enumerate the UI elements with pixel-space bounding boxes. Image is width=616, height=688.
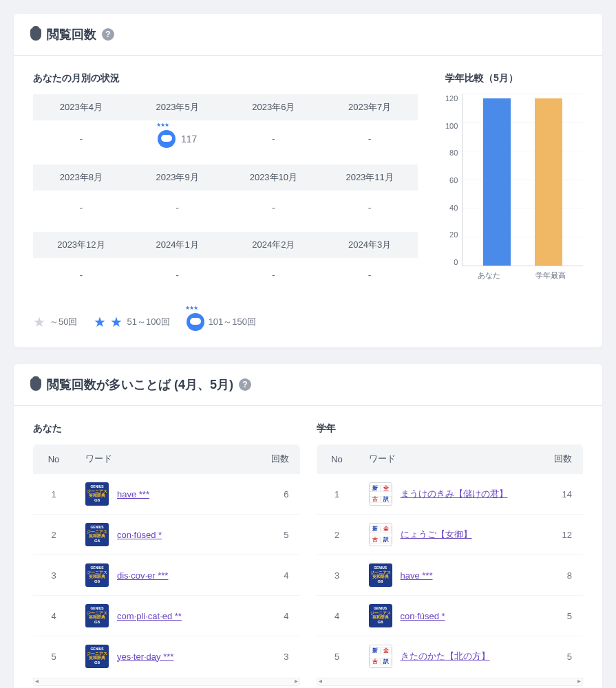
you-table: No ワード 回数 1GENIUSジーニアス英和辞典G6have ***62GE… xyxy=(33,444,300,676)
word-link[interactable]: com·pli·cat·ed ** xyxy=(117,611,182,621)
cell-no: 3 xyxy=(317,555,358,596)
col-count: 回数 xyxy=(542,444,583,474)
chart-x-label: 学年最高 xyxy=(535,270,566,281)
cell-word: GENIUSジーニアス英和辞典G6have *** xyxy=(74,474,259,515)
col-no: No xyxy=(317,444,358,474)
col-word: ワード xyxy=(358,444,542,474)
month-header: 2024年1月 xyxy=(129,232,226,258)
cell-word: GENIUSジーニアス英和辞典G6yes·ter·day *** xyxy=(74,636,259,677)
word-link[interactable]: にょうご【女御】 xyxy=(401,528,472,541)
month-value: - xyxy=(226,191,322,232)
month-header: 2024年3月 xyxy=(321,232,418,258)
dict-g6-icon: GENIUSジーニアス英和辞典G6 xyxy=(369,563,392,587)
dict-kogo-icon: 新全古訳 xyxy=(369,645,392,668)
cell-no: 3 xyxy=(33,555,74,596)
month-grid: 2023年4月2023年5月2023年6月2023年7月-117--2023年8… xyxy=(33,94,418,299)
month-header: 2023年6月 xyxy=(226,94,322,120)
dict-g6-icon: GENIUSジーニアス英和辞典G6 xyxy=(85,563,109,587)
dict-g6-icon: GENIUSジーニアス英和辞典G6 xyxy=(369,604,392,627)
cell-no: 2 xyxy=(33,515,74,555)
legend-item-2: ★ ★ 51～100回 xyxy=(94,314,169,330)
scrollbar[interactable] xyxy=(317,678,584,686)
cell-no: 1 xyxy=(33,474,74,515)
dict-kogo-icon: 新全古訳 xyxy=(369,523,392,546)
legend-item-3: 101～150回 xyxy=(187,313,256,331)
month-value: - xyxy=(226,120,322,164)
cell-no: 5 xyxy=(317,636,358,677)
table-row: 1GENIUSジーニアス英和辞典G6have ***6 xyxy=(33,474,300,515)
help-icon[interactable]: ? xyxy=(102,28,114,41)
dict-kogo-icon: 新全古訳 xyxy=(369,482,392,506)
col-word: ワード xyxy=(74,444,259,474)
word-link[interactable]: yes·ter·day *** xyxy=(117,652,173,662)
mascot-icon xyxy=(187,313,204,331)
grade-column: 学年 No ワード 回数 1新全古訳まうけのきみ【儲けの君】142新全古訳にょう… xyxy=(317,422,584,686)
word-link[interactable]: have *** xyxy=(401,570,433,581)
month-value: - xyxy=(33,120,129,164)
month-header: 2023年10月 xyxy=(226,164,322,191)
table-row: 5新全古訳きたのかた【北の方】5 xyxy=(317,636,584,677)
help-icon[interactable]: ? xyxy=(239,378,251,391)
month-header: 2023年5月 xyxy=(129,94,226,120)
word-link[interactable]: dis·cov·er *** xyxy=(117,570,168,581)
you-column: あなた No ワード 回数 1GENIUSジーニアス英和辞典G6have ***… xyxy=(33,422,300,686)
words-card: 閲覧回数が多いことば (4月、5月) ? あなた No ワード 回数 1GENI… xyxy=(14,364,602,688)
monthly-section: あなたの月別の状況 2023年4月2023年5月2023年6月2023年7月-1… xyxy=(33,72,418,331)
word-link[interactable]: まうけのきみ【儲けの君】 xyxy=(401,488,508,500)
cell-word: GENIUSジーニアス英和辞典G6con·fúsed * xyxy=(74,515,259,555)
table-row: 2新全古訳にょうご【女御】12 xyxy=(317,515,584,555)
dict-g6-icon: GENIUSジーニアス英和辞典G6 xyxy=(85,604,109,627)
word-link[interactable]: con·fúsed * xyxy=(117,530,162,540)
month-value: - xyxy=(33,191,129,232)
month-header: 2023年12月 xyxy=(33,232,129,258)
legend: ★ ～50回 ★ ★ 51～100回 101～150回 xyxy=(33,313,418,331)
words-card-header: 閲覧回数が多いことば (4月、5月) ? xyxy=(14,364,602,406)
cell-count: 5 xyxy=(542,596,583,636)
cell-word: 新全古訳にょうご【女御】 xyxy=(358,515,542,555)
word-link[interactable]: きたのかた【北の方】 xyxy=(401,650,490,663)
month-value: - xyxy=(33,258,129,299)
views-card-header: 閲覧回数 ? xyxy=(14,14,602,56)
chart-section: 学年比較（5月） 120100806040200 あなた学年最高 xyxy=(445,72,583,331)
mascot-icon xyxy=(158,130,176,148)
chart-x-label: あなた xyxy=(478,270,500,281)
col-count: 回数 xyxy=(259,444,300,474)
legend-item-1: ★ ～50回 xyxy=(33,314,77,330)
star-icon: ★ xyxy=(110,314,123,330)
scrollbar[interactable] xyxy=(33,678,300,686)
cell-no: 4 xyxy=(33,596,74,636)
monthly-title: あなたの月別の状況 xyxy=(33,72,418,85)
cell-word: 新全古訳きたのかた【北の方】 xyxy=(358,636,542,677)
table-row: 4GENIUSジーニアス英和辞典G6com·pli·cat·ed **4 xyxy=(33,596,300,636)
month-value: - xyxy=(226,258,322,299)
cell-no: 1 xyxy=(317,474,358,515)
month-value: - xyxy=(321,258,418,299)
word-link[interactable]: have *** xyxy=(117,489,149,499)
table-row: 1新全古訳まうけのきみ【儲けの君】14 xyxy=(317,474,584,515)
table-row: 5GENIUSジーニアス英和辞典G6yes·ter·day ***3 xyxy=(33,636,300,677)
cell-count: 4 xyxy=(259,555,300,596)
views-title: 閲覧回数 xyxy=(47,26,96,43)
month-header: 2023年9月 xyxy=(129,164,226,191)
cell-word: 新全古訳まうけのきみ【儲けの君】 xyxy=(358,474,542,515)
grade-title: 学年 xyxy=(317,422,584,435)
cell-no: 4 xyxy=(317,596,358,636)
chart-bar xyxy=(483,98,511,266)
col-no: No xyxy=(33,444,74,474)
month-value: - xyxy=(129,258,226,299)
star-icon: ★ xyxy=(33,314,45,330)
cell-count: 12 xyxy=(542,515,583,555)
dict-g6-icon: GENIUSジーニアス英和辞典G6 xyxy=(85,523,109,546)
month-header: 2023年8月 xyxy=(33,164,129,191)
cell-word: GENIUSジーニアス英和辞典G6com·pli·cat·ed ** xyxy=(74,596,259,636)
chart-y-axis: 120100806040200 xyxy=(445,94,462,266)
cell-no: 2 xyxy=(317,515,358,555)
month-header: 2024年2月 xyxy=(226,232,322,258)
cell-word: GENIUSジーニアス英和辞典G6dis·cov·er *** xyxy=(74,555,259,596)
cell-word: GENIUSジーニアス英和辞典G6have *** xyxy=(358,555,542,596)
you-title: あなた xyxy=(33,422,300,435)
cell-count: 6 xyxy=(259,474,300,515)
word-link[interactable]: con·fúsed * xyxy=(401,611,445,621)
cell-count: 5 xyxy=(542,636,583,677)
cell-count: 14 xyxy=(542,474,583,515)
